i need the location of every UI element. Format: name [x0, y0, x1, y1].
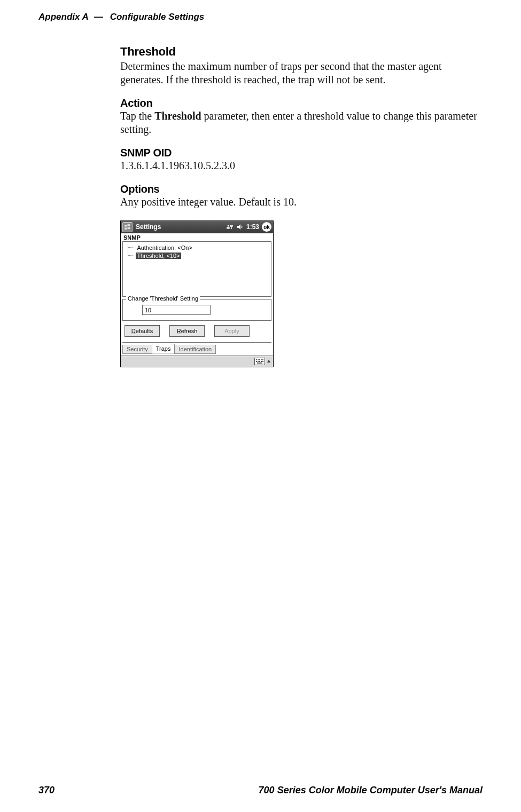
svg-rect-0 [125, 224, 127, 226]
svg-rect-11 [258, 361, 259, 362]
tree-connector-icon: └┈ [126, 252, 136, 259]
connectivity-icon[interactable] [226, 224, 234, 230]
tree-connector-icon: ├┈ [126, 244, 136, 251]
action-heading: Action [120, 97, 484, 109]
refresh-mnemonic: R [177, 328, 181, 334]
speaker-icon[interactable] [237, 224, 243, 230]
svg-rect-5 [256, 359, 257, 360]
start-flag-icon[interactable] [122, 222, 133, 232]
apply-button: Apply [214, 325, 250, 337]
svg-rect-13 [261, 361, 262, 362]
svg-rect-10 [256, 361, 257, 362]
ok-button[interactable]: ok [262, 222, 271, 232]
settings-panel: SNMP ├┈ Authentication, <On> └┈ Threshol… [121, 233, 273, 356]
tree-box: ├┈ Authentication, <On> └┈ Threshold, <1… [122, 241, 271, 297]
titlebar: Settings 1:53 ok [121, 221, 273, 233]
tree-item-authentication[interactable]: ├┈ Authentication, <On> [126, 243, 268, 251]
content-column: Threshold Determines the maximum number … [120, 45, 484, 367]
button-row: Defaults Refresh Apply [122, 324, 271, 339]
titlebar-app: Settings [136, 223, 224, 231]
options-heading: Options [120, 183, 484, 195]
titlebar-time: 1:53 [246, 223, 259, 231]
keyboard-icon[interactable] [254, 358, 265, 365]
sip-arrow-up-icon[interactable] [266, 358, 271, 365]
tab-traps[interactable]: Traps [152, 344, 175, 353]
change-setting-fieldset: Change 'Threshold' Setting 10 [122, 299, 271, 321]
svg-rect-7 [259, 359, 260, 360]
defaults-button[interactable]: Defaults [125, 325, 160, 337]
sip-bar [121, 356, 273, 367]
page-number: 370 [38, 785, 55, 796]
tree-label-threshold: Threshold, <10> [136, 253, 181, 259]
svg-rect-14 [262, 361, 263, 362]
threshold-body: Determines the maximum number of traps p… [120, 60, 484, 86]
apply-label: Apply [224, 328, 239, 334]
svg-rect-8 [261, 359, 262, 360]
manual-title: 700 Series Color Mobile Computer User's … [259, 785, 483, 796]
snmp-oid-body: 1.3.6.1.4.1.1963.10.5.2.3.0 [120, 159, 484, 172]
svg-rect-6 [258, 359, 259, 360]
svg-rect-1 [128, 224, 130, 226]
svg-rect-9 [262, 359, 263, 360]
tab-security[interactable]: Security [122, 345, 152, 354]
panel-title: SNMP [122, 233, 271, 241]
tree-item-threshold[interactable]: └┈ Threshold, <10> [126, 251, 268, 259]
action-body-pre: Tap the [120, 110, 154, 122]
tab-bar: Security Traps Identification [122, 342, 271, 354]
options-body: Any positive integer value. Default is 1… [120, 195, 484, 209]
snmp-oid-heading: SNMP OID [120, 147, 484, 159]
defaults-rest: efaults [136, 328, 153, 334]
threshold-input-value: 10 [145, 307, 151, 313]
refresh-rest: efresh [181, 328, 198, 334]
fieldset-legend: Change 'Threshold' Setting [126, 295, 200, 302]
svg-rect-12 [259, 361, 260, 362]
tab-identification[interactable]: Identification [174, 345, 216, 354]
header-title: Configurable Settings [110, 12, 205, 22]
threshold-heading: Threshold [120, 45, 484, 59]
running-header: Appendix A — Configurable Settings [38, 12, 204, 22]
svg-rect-2 [125, 227, 127, 230]
svg-rect-3 [128, 227, 130, 229]
pocketpc-screenshot: Settings 1:53 ok SNMP ├┈ Authentication,… [120, 220, 274, 367]
header-appendix: Appendix A [38, 12, 88, 22]
refresh-button[interactable]: Refresh [169, 325, 205, 337]
action-body: Tap the Threshold parameter, then enter … [120, 109, 484, 136]
defaults-mnemonic: D [131, 328, 136, 334]
threshold-input[interactable]: 10 [142, 305, 211, 315]
header-dash: — [94, 12, 103, 22]
svg-rect-15 [257, 362, 262, 364]
tree-label-authentication: Authentication, <On> [136, 245, 193, 251]
page-footer: 370 700 Series Color Mobile Computer Use… [38, 785, 483, 796]
action-body-bold: Threshold [154, 110, 201, 122]
